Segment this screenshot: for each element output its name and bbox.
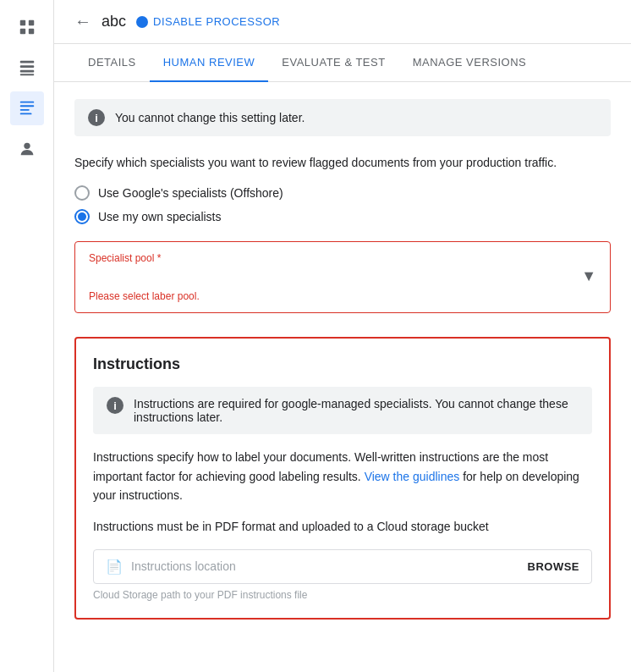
disable-processor-button[interactable]: DISABLE PROCESSOR (136, 15, 280, 28)
file-icon: 📄 (106, 559, 123, 575)
tab-human-review[interactable]: HUMAN REVIEW (150, 44, 269, 82)
svg-rect-1 (28, 20, 33, 25)
back-button[interactable]: ← (74, 12, 91, 31)
radio-circle-own (74, 209, 90, 224)
svg-rect-5 (19, 65, 34, 68)
file-input-left: 📄 Instructions location (106, 559, 236, 575)
info-icon: i (88, 109, 105, 126)
tab-manage-versions[interactable]: MANAGE VERSIONS (399, 44, 540, 82)
instructions-info-icon: i (107, 397, 123, 414)
svg-rect-6 (19, 70, 34, 73)
radio-group: Use Google's specialists (Offshore) Use … (74, 185, 611, 224)
sidebar-icon-grid[interactable] (10, 10, 44, 44)
dropdown-arrow-icon: ▼ (581, 267, 596, 285)
specialists-description: Specify which specialists you want to re… (74, 153, 611, 172)
sidebar-icon-person[interactable] (10, 132, 44, 166)
instructions-info-banner: i Instructions are required for google-m… (93, 387, 592, 434)
sidebar (0, 0, 54, 672)
content-area: i You cannot change this setting later. … (54, 82, 631, 636)
file-placeholder: Instructions location (131, 559, 236, 573)
svg-rect-7 (19, 74, 34, 75)
file-hint: Cloud Storage path to your PDF instructi… (93, 589, 592, 601)
instructions-title: Instructions (93, 355, 592, 373)
svg-rect-8 (19, 102, 34, 103)
sidebar-icon-docs[interactable] (10, 91, 44, 125)
radio-own-specialists[interactable]: Use my own specialists (74, 209, 611, 224)
required-marker: * (157, 252, 162, 264)
header: ← abc DISABLE PROCESSOR (54, 0, 631, 44)
svg-rect-0 (19, 20, 25, 25)
svg-rect-9 (19, 105, 34, 107)
svg-rect-10 (19, 109, 29, 111)
browse-button[interactable]: BROWSE (528, 560, 580, 573)
disable-icon (136, 16, 148, 28)
info-banner-text: You cannot change this setting later. (115, 111, 305, 124)
specialist-pool-dropdown[interactable]: Specialist pool * ▼ Please select laber … (74, 241, 611, 313)
tab-bar: DETAILS HUMAN REVIEW EVALUATE & TEST MAN… (54, 44, 631, 82)
tab-details[interactable]: DETAILS (74, 44, 150, 82)
instructions-description: Instructions specify how to label your d… (93, 448, 592, 504)
view-guidelines-link[interactable]: View the guidlines (365, 470, 460, 483)
dropdown-label: Specialist pool * (89, 252, 596, 264)
dropdown-error: Please select laber pool. (89, 290, 596, 302)
instructions-banner-text: Instructions are required for google-man… (134, 397, 579, 424)
radio-google-specialists[interactable]: Use Google's specialists (Offshore) (74, 185, 611, 201)
svg-rect-2 (19, 29, 25, 34)
radio-label-google: Use Google's specialists (Offshore) (98, 186, 283, 200)
info-banner: i You cannot change this setting later. (74, 99, 611, 136)
svg-rect-3 (28, 29, 33, 34)
main-content: ← abc DISABLE PROCESSOR DETAILS HUMAN RE… (54, 0, 631, 636)
radio-label-own: Use my own specialists (98, 210, 222, 223)
page-title: abc (102, 13, 126, 30)
svg-point-12 (24, 143, 30, 149)
instructions-section: Instructions i Instructions are required… (74, 337, 611, 620)
sidebar-icon-table[interactable] (10, 51, 44, 85)
tab-evaluate-test[interactable]: EVALUATE & TEST (268, 44, 398, 82)
radio-circle-google (74, 185, 90, 201)
instructions-file-input[interactable]: 📄 Instructions location BROWSE (93, 549, 592, 584)
dropdown-row: ▼ (89, 267, 596, 285)
svg-rect-4 (19, 61, 34, 63)
svg-rect-11 (19, 113, 31, 115)
instructions-pdf-note: Instructions must be in PDF format and u… (93, 517, 592, 536)
